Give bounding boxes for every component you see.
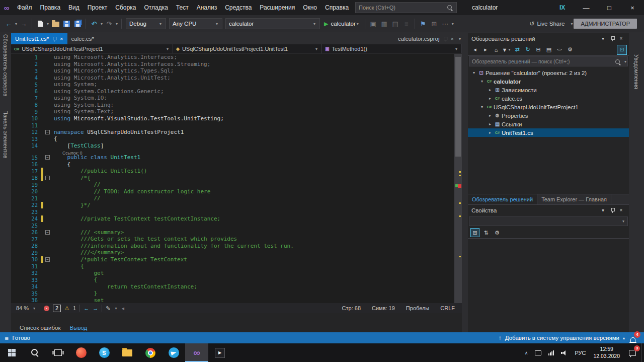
home-icon[interactable]: ⌂ [491, 45, 501, 55]
expander-icon[interactable]: ▸ [487, 96, 493, 101]
undo-button[interactable]: ↶ [89, 18, 99, 30]
fold-toggle-icon[interactable]: − [45, 230, 50, 235]
menu-item[interactable]: Окно [299, 0, 321, 15]
expander-icon[interactable]: ▸ [487, 122, 493, 126]
close-button[interactable]: × [621, 0, 644, 15]
redo-dropdown-icon[interactable]: ▾ [116, 22, 118, 26]
edit-icon[interactable]: ✎ [106, 305, 110, 312]
zoom-dropdown-icon[interactable]: ▾ [33, 306, 35, 311]
notifications-vertical-tab[interactable]: Уведомления [633, 54, 639, 89]
categorized-view-icon[interactable]: ⊞ [470, 228, 479, 237]
save-button[interactable] [61, 18, 71, 30]
tab-solution-explorer[interactable]: Обозреватель решений [468, 194, 537, 204]
toolbox-vertical-tab[interactable]: Панель элементов [3, 110, 9, 159]
menu-item[interactable]: Анализ [193, 0, 221, 15]
tree-item[interactable]: ▸⊞Зависимости [468, 86, 629, 94]
startup-project-dropdown[interactable]: calculator ▾ [225, 18, 320, 29]
property-pages-icon[interactable]: ⚙ [493, 228, 502, 237]
window-position-dropdown-icon[interactable]: ▾ [599, 207, 607, 213]
tree-item[interactable]: ▾⊡Решение "calculator" (проекты: 2 из 2) [468, 68, 629, 77]
pin-icon[interactable] [52, 36, 56, 42]
warning-count[interactable]: 1 [73, 305, 76, 311]
type-dropdown[interactable]: ◆ USqlCSharpUdoUnitTestProject1.UnitTest… [173, 44, 322, 53]
bookmark-button[interactable]: ⚑ [418, 18, 428, 30]
view-code-icon[interactable]: <> [554, 45, 565, 55]
tray-network-icon[interactable] [545, 343, 557, 362]
tab-error-list[interactable]: Список ошибок [15, 323, 65, 332]
fold-toggle-icon[interactable]: − [45, 155, 50, 160]
pin-icon[interactable] [443, 36, 447, 42]
taskbar-search-button[interactable] [23, 343, 46, 362]
toolbar-extra-icon[interactable]: ▦ [379, 18, 389, 30]
tab-calcc-cs[interactable]: calcc.cs* [67, 33, 98, 44]
preview-selected-item-icon[interactable]: ⊡ [617, 45, 627, 55]
expander-icon[interactable]: ▾ [471, 70, 477, 75]
expander-icon[interactable]: ▸ [487, 88, 493, 92]
back-icon[interactable]: ◂ [470, 45, 480, 55]
collapse-all-icon[interactable]: ⊟ [533, 45, 543, 55]
expander-icon[interactable]: ▾ [479, 79, 485, 84]
menu-item[interactable]: Сборка [111, 0, 140, 15]
forward-icon[interactable]: ▸ [480, 45, 491, 55]
close-icon[interactable]: × [617, 207, 625, 213]
minimize-button[interactable]: — [575, 0, 598, 15]
menu-item[interactable]: Справка [321, 0, 353, 15]
solution-search-box[interactable]: ▾ [469, 56, 628, 66]
window-position-dropdown-icon[interactable]: ▾ [599, 36, 607, 41]
tab-output[interactable]: Вывод [65, 323, 92, 332]
tree-item[interactable]: ▸⚙Properties [468, 111, 629, 120]
expander-icon[interactable]: ▸ [487, 113, 493, 118]
language-indicator[interactable]: РУС [571, 343, 589, 362]
start-button[interactable] [0, 343, 23, 362]
zoom-level[interactable]: 84 % [16, 305, 29, 311]
menu-item[interactable]: Отладка [140, 0, 172, 15]
platform-dropdown[interactable]: Any CPU ▾ [169, 18, 222, 29]
taskbar-app-chrome[interactable] [139, 343, 162, 362]
show-desktop-button[interactable] [641, 343, 644, 362]
taskbar-app-visual-studio[interactable]: ∞ [185, 343, 208, 362]
filter-icon[interactable]: ▼▾ [502, 45, 512, 55]
source-control-dropdown-icon[interactable]: ▴ [623, 336, 625, 340]
sync-with-active-document-icon[interactable]: ⇄ [512, 45, 522, 55]
alphabetical-sort-icon[interactable]: ⇅ [481, 228, 491, 237]
menu-item[interactable]: Вид [64, 0, 84, 15]
code-area[interactable]: 1using Microsoft.Analytics.Interfaces;2u… [11, 54, 454, 303]
tab-team-explorer[interactable]: Team Explorer — Главная [537, 194, 611, 204]
member-dropdown[interactable]: ▣ TestMethod1() ▾ [322, 44, 462, 53]
background-tasks-icon[interactable]: ≣ [5, 335, 9, 341]
close-icon[interactable]: × [617, 36, 625, 41]
fold-toggle-icon[interactable]: − [45, 257, 50, 262]
tray-display-icon[interactable] [531, 343, 545, 362]
menu-item[interactable]: Тест [172, 0, 193, 15]
tab-calculator-csproj[interactable]: calculator.csproj × [394, 36, 458, 42]
expander-icon[interactable]: ▾ [479, 105, 485, 109]
refresh-icon[interactable]: ↻ [523, 45, 533, 55]
tray-expand-chevron[interactable]: ∧ [521, 343, 532, 362]
server-explorer-vertical-tab[interactable]: Обозреватель серверов [3, 34, 9, 96]
close-tab-icon[interactable]: × [451, 36, 454, 42]
menu-item[interactable]: Расширения [256, 0, 299, 15]
new-file-button[interactable] [35, 18, 45, 30]
taskbar-app-skype[interactable]: S [93, 343, 116, 362]
navigate-forward-icon[interactable]: → [93, 305, 98, 311]
live-share-dropdown-icon[interactable]: ▾ [571, 22, 573, 26]
navigate-back-icon[interactable]: ← [84, 305, 89, 311]
toolbar-extra-icon[interactable]: ▣ [368, 18, 378, 30]
tray-volume-icon[interactable] [557, 343, 571, 362]
action-center-button[interactable]: 3 [624, 343, 641, 362]
expander-icon[interactable]: ▸ [487, 130, 493, 135]
menu-item[interactable]: Правка [36, 0, 65, 15]
open-file-button[interactable] [50, 18, 60, 30]
live-share-button[interactable]: ↺ Live Share [529, 20, 565, 27]
code-editor[interactable]: 1using Microsoft.Analytics.Interfaces;2u… [11, 54, 462, 303]
toolbar-extra-icon[interactable]: ⋯ [440, 18, 450, 30]
navigate-back-dropdown-icon[interactable]: ▾ [15, 22, 17, 26]
task-view-button[interactable] [46, 343, 69, 362]
tree-item[interactable]: ▸C#calcc.cs [468, 94, 629, 103]
scrollbar-thumb[interactable] [455, 57, 461, 157]
taskbar-app-telegram[interactable] [162, 343, 185, 362]
redo-button[interactable]: ↷ [104, 18, 114, 30]
feedback-icon[interactable]: IX [559, 0, 565, 15]
clock[interactable]: 12:59 12.03.2020 [589, 343, 624, 362]
close-tab-icon[interactable]: × [60, 36, 63, 42]
